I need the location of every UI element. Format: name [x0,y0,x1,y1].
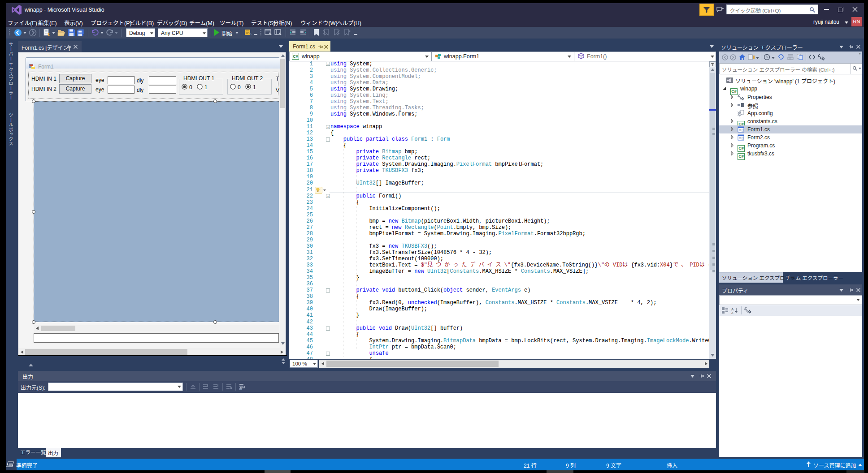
svg-text:ab: ab [239,387,242,390]
svg-text:Z: Z [731,311,733,314]
